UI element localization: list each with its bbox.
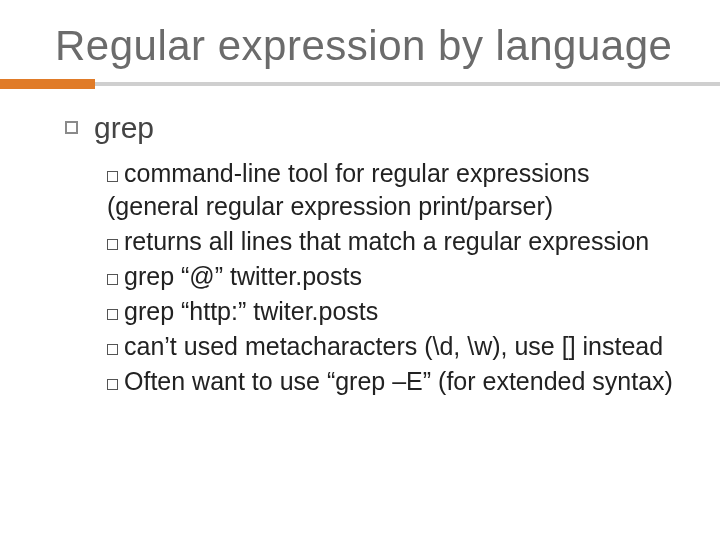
sub-list-item-text: command-line tool for regular expression…: [107, 159, 590, 220]
bullet-small-square-icon: [107, 274, 118, 285]
title-rule: [55, 79, 680, 93]
bullet-small-square-icon: [107, 171, 118, 182]
sub-list-item: can’t used metacharacters (\d, \w), use …: [107, 330, 680, 363]
sub-list-item: Often want to use “grep –E” (for extende…: [107, 365, 680, 398]
sub-list-item: returns all lines that match a regular e…: [107, 225, 680, 258]
sub-list-item-text: Often want to use “grep –E” (for extende…: [124, 367, 673, 395]
content-area: grep command-line tool for regular expre…: [55, 111, 680, 398]
bullet-open-square-icon: [65, 121, 78, 134]
sub-list-item-text: grep “@” twitter.posts: [124, 262, 362, 290]
bullet-small-square-icon: [107, 379, 118, 390]
list-item: grep: [65, 111, 680, 145]
accent-bar: [0, 79, 95, 89]
bullet-small-square-icon: [107, 239, 118, 250]
sub-list: command-line tool for regular expression…: [107, 157, 680, 398]
list-item-label: grep: [94, 111, 154, 145]
sub-list-item: command-line tool for regular expression…: [107, 157, 680, 223]
sub-list-item: grep “http:” twiter.posts: [107, 295, 680, 328]
slide-title: Regular expression by language: [55, 22, 680, 69]
sub-list-item-text: grep “http:” twiter.posts: [124, 297, 378, 325]
slide: Regular expression by language grep comm…: [0, 0, 720, 540]
divider-line: [95, 82, 720, 86]
sub-list-item-text: can’t used metacharacters (\d, \w), use …: [124, 332, 663, 360]
sub-list-item-text: returns all lines that match a regular e…: [124, 227, 649, 255]
bullet-small-square-icon: [107, 344, 118, 355]
bullet-small-square-icon: [107, 309, 118, 320]
sub-list-item: grep “@” twitter.posts: [107, 260, 680, 293]
